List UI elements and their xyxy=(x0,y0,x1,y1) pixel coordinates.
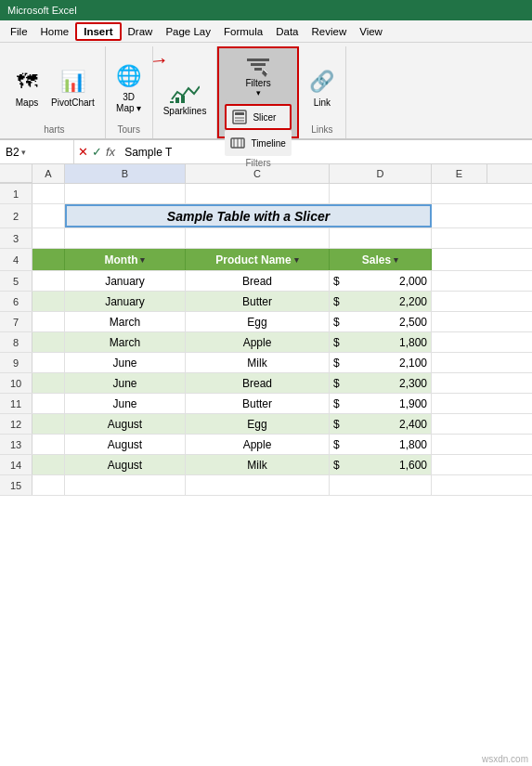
cell-10d[interactable]: $2,300 xyxy=(330,373,432,393)
cell-7c[interactable]: Egg xyxy=(186,312,330,331)
cell-3d[interactable] xyxy=(330,228,432,248)
cell-12a[interactable] xyxy=(32,414,65,434)
sparklines-button[interactable]: Sparklines xyxy=(159,66,212,133)
month-dropdown-arrow[interactable]: ▾ xyxy=(140,255,145,265)
cell-2a[interactable] xyxy=(32,204,65,227)
cell-5b[interactable]: January xyxy=(65,271,186,291)
pivotchart-button[interactable]: 📊 PivotChart xyxy=(46,56,99,123)
cell-14d[interactable]: $1,600 xyxy=(330,455,432,474)
function-icon[interactable]: fx xyxy=(106,145,115,159)
confirm-icon[interactable]: ✓ xyxy=(92,145,102,159)
maps-icon: 🗺 xyxy=(17,70,37,94)
cell-12b[interactable]: August xyxy=(65,414,186,434)
col-header-d[interactable]: D xyxy=(330,164,432,183)
sales-dropdown-arrow[interactable]: ▾ xyxy=(394,255,398,265)
menu-formulas[interactable]: Formula xyxy=(217,24,269,39)
cell-15c[interactable] xyxy=(186,475,330,495)
cell-10a[interactable] xyxy=(32,373,65,393)
cell-9b[interactable]: June xyxy=(65,353,186,372)
menu-insert[interactable]: Insert xyxy=(75,22,121,41)
cell-3b[interactable] xyxy=(65,228,186,248)
row-num-6: 6 xyxy=(0,292,32,311)
menu-draw[interactable]: Draw xyxy=(122,24,160,39)
cell-1d[interactable] xyxy=(330,184,432,203)
formula-value: Sample T xyxy=(124,146,172,159)
cell-7d[interactable]: $2,500 xyxy=(330,312,432,331)
cell-4a[interactable] xyxy=(32,249,65,270)
cell-3c[interactable] xyxy=(186,228,330,248)
cell-7a[interactable] xyxy=(32,312,65,331)
cell-10c[interactable]: Bread xyxy=(186,373,330,393)
col-header-b[interactable]: B xyxy=(65,164,186,183)
filters-button[interactable]: Filters ▾ xyxy=(225,52,291,100)
cell-3a[interactable] xyxy=(32,228,65,248)
cell-12c[interactable]: Egg xyxy=(186,414,330,434)
tours-buttons: 🌐 3D Map ▾ xyxy=(111,46,147,123)
menu-review[interactable]: Review xyxy=(305,24,353,39)
links-buttons: 🔗 Link xyxy=(305,46,340,123)
cell-13b[interactable]: August xyxy=(65,435,186,454)
title-cell[interactable]: Sample Table with a Slicer xyxy=(65,204,432,227)
cell-11b[interactable]: June xyxy=(65,394,186,413)
slicer-button[interactable]: Slicer xyxy=(225,104,291,130)
cell-6c[interactable]: Butter xyxy=(186,292,330,311)
cell-14b[interactable]: August xyxy=(65,455,186,474)
3dmap-button[interactable]: 🌐 3D Map ▾ xyxy=(111,56,147,123)
cell-14c[interactable]: Milk xyxy=(186,455,330,474)
cell-6b[interactable]: January xyxy=(65,292,186,311)
row-num-4: 4 xyxy=(0,249,32,270)
col-header-e[interactable]: E xyxy=(432,164,487,183)
col-header-a[interactable]: A xyxy=(32,164,65,183)
cell-15d[interactable] xyxy=(330,475,432,495)
cell-5c[interactable]: Bread xyxy=(186,271,330,291)
cell-8d[interactable]: $1,800 xyxy=(330,332,432,352)
cell-13a[interactable] xyxy=(32,435,65,454)
cell-11a[interactable] xyxy=(32,394,65,413)
cancel-icon[interactable]: ✕ xyxy=(78,145,88,159)
menu-pagelayout[interactable]: Page Lay xyxy=(159,24,217,39)
cell-10b[interactable]: June xyxy=(65,373,186,393)
filters-buttons: Filters ▾ Slicer xyxy=(225,52,291,156)
cell-9d[interactable]: $2,100 xyxy=(330,353,432,372)
cell-13d[interactable]: $1,800 xyxy=(330,435,432,454)
cell-5a[interactable] xyxy=(32,271,65,291)
cell-15a[interactable] xyxy=(32,475,65,495)
cell-5d[interactable]: $2,000 xyxy=(330,271,432,291)
cell-4d-sales[interactable]: Sales ▾ xyxy=(330,249,432,270)
menu-file[interactable]: File xyxy=(4,24,34,39)
link-button[interactable]: 🔗 Link xyxy=(305,56,340,123)
row-num-12: 12 xyxy=(0,414,32,434)
cell-6a[interactable] xyxy=(32,292,65,311)
cell-1b[interactable] xyxy=(65,184,186,203)
cell-4c-product[interactable]: Product Name ▾ xyxy=(186,249,330,270)
cell-15b[interactable] xyxy=(65,475,186,495)
cell-13c[interactable]: Apple xyxy=(186,435,330,454)
row-num-14: 14 xyxy=(0,455,32,474)
filters-dropdown: ▾ xyxy=(256,88,261,97)
cell-8a[interactable] xyxy=(32,332,65,352)
cell-1a[interactable] xyxy=(32,184,65,203)
product-dropdown-arrow[interactable]: ▾ xyxy=(294,255,299,265)
cell-8b[interactable]: March xyxy=(65,332,186,352)
cell-1c[interactable] xyxy=(186,184,330,203)
sparklines-label: Sparklines xyxy=(163,106,207,117)
cell-7b[interactable]: March xyxy=(65,312,186,331)
cell-14a[interactable] xyxy=(32,455,65,474)
cell-11d[interactable]: $1,900 xyxy=(330,394,432,413)
maps-button[interactable]: 🗺 Maps xyxy=(9,56,45,123)
timeline-button[interactable]: Timeline xyxy=(225,130,291,156)
tours-group-label: Tours xyxy=(111,123,147,135)
cell-11c[interactable]: Butter xyxy=(186,394,330,413)
cell-ref-dropdown[interactable]: ▾ xyxy=(21,148,26,157)
cell-12d[interactable]: $2,400 xyxy=(330,414,432,434)
cell-reference-box[interactable]: B2 ▾ xyxy=(0,140,74,163)
row-num-10: 10 xyxy=(0,373,32,393)
cell-9c[interactable]: Milk xyxy=(186,353,330,372)
cell-6d[interactable]: $2,200 xyxy=(330,292,432,311)
cell-4b-month[interactable]: Month ▾ xyxy=(65,249,186,270)
menu-view[interactable]: View xyxy=(353,24,389,39)
menu-home[interactable]: Home xyxy=(34,24,76,39)
cell-8c[interactable]: Apple xyxy=(186,332,330,352)
cell-9a[interactable] xyxy=(32,353,65,372)
menu-data[interactable]: Data xyxy=(269,24,305,39)
